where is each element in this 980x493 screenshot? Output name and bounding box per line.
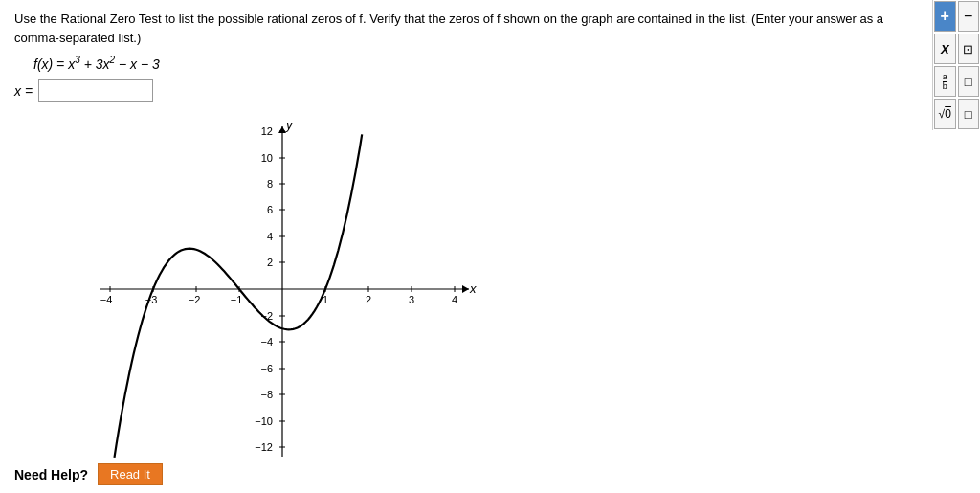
read-it-button[interactable]: Read It xyxy=(98,463,163,485)
label-y-neg12: −12 xyxy=(255,441,273,453)
x-axis-label: x xyxy=(469,281,477,296)
label-y-10: 10 xyxy=(261,152,273,164)
label-x-neg4: −4 xyxy=(100,294,113,305)
input-label: x = xyxy=(14,83,33,99)
graph-svg: y x −4 −3 −2 −1 1 2 3 4 xyxy=(72,112,493,466)
label-x-4: 4 xyxy=(452,294,457,305)
label-y-12: 12 xyxy=(261,125,273,137)
graph-area: y x −4 −3 −2 −1 1 2 3 4 xyxy=(72,112,493,466)
answer-input[interactable] xyxy=(38,79,153,102)
label-y-neg6: −6 xyxy=(260,363,273,374)
function-line: f(x) = x3 + 3x2 − x − 3 xyxy=(33,55,966,72)
main-content: Use the Rational Zero Test to list the p… xyxy=(0,0,980,476)
bottom-bar: Need Help? Read It xyxy=(14,463,163,485)
label-x-2: 2 xyxy=(366,294,371,305)
label-y-neg8: −8 xyxy=(260,389,273,400)
label-y-6: 6 xyxy=(267,204,273,215)
label-y-4: 4 xyxy=(267,231,273,242)
label-x-neg1: −1 xyxy=(231,294,243,305)
label-y-neg4: −4 xyxy=(260,336,273,347)
function-label: f(x) = x3 + 3x2 − x − 3 xyxy=(33,56,160,72)
question-text: Use the Rational Zero Test to list the p… xyxy=(14,10,914,47)
label-x-3: 3 xyxy=(409,294,414,305)
label-y-8: 8 xyxy=(267,178,273,190)
label-x-neg2: −2 xyxy=(189,294,201,305)
input-row: x = xyxy=(14,79,966,102)
need-help-label: Need Help? xyxy=(14,467,88,482)
label-y-neg10: −10 xyxy=(255,415,273,427)
label-y-2: 2 xyxy=(267,257,273,268)
